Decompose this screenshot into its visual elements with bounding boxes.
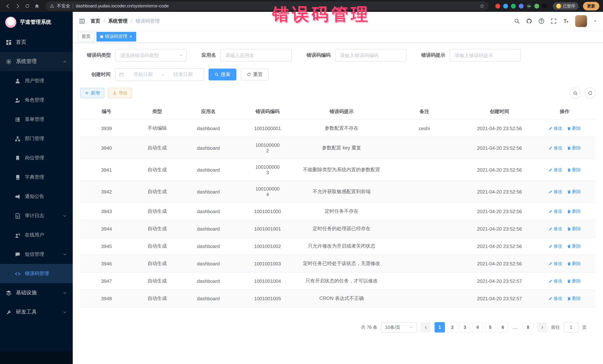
breadcrumb-item[interactable]: 首页: [91, 18, 100, 24]
column-header: 创建时间: [465, 104, 533, 120]
home-icon[interactable]: [33, 2, 41, 10]
forward-icon[interactable]: [13, 2, 22, 10]
edit-link[interactable]: 修改: [548, 145, 562, 151]
filter-label-create-time: 创建时间: [91, 71, 111, 78]
delete-link[interactable]: 删除: [567, 188, 581, 195]
goto-page-input[interactable]: [564, 322, 579, 332]
page-button[interactable]: 5: [485, 322, 495, 332]
cell-type: 自动生成: [133, 137, 181, 159]
delete-link[interactable]: 删除: [567, 278, 581, 284]
github-icon[interactable]: [526, 18, 532, 24]
page-button[interactable]: 4: [472, 322, 483, 332]
sidebar-item-label: 系统管理: [16, 58, 37, 65]
page-button[interactable]: 8: [523, 322, 533, 332]
tab-close-icon[interactable]: [129, 35, 132, 38]
error-type-select[interactable]: [116, 49, 187, 62]
blue-grid-extension-icon[interactable]: [519, 3, 524, 8]
refresh-table-button[interactable]: [584, 88, 596, 99]
sidebar-item[interactable]: 短信管理: [0, 245, 73, 264]
prev-page-button[interactable]: [420, 322, 431, 332]
error-code-input[interactable]: [335, 49, 406, 62]
cell-remark: [383, 220, 465, 237]
export-button[interactable]: 导出: [108, 88, 132, 98]
app-name-input[interactable]: [220, 49, 292, 62]
search-icon[interactable]: [514, 18, 520, 24]
tab-item[interactable]: 错误码管理: [96, 32, 136, 41]
cell-id: 3939: [80, 120, 133, 137]
edit-link[interactable]: 修改: [548, 125, 562, 132]
more-pages-button[interactable]: ...: [510, 322, 521, 332]
sidebar-item[interactable]: 字典管理: [0, 167, 73, 187]
page-button[interactable]: 6: [498, 322, 508, 332]
green-check-extension-icon[interactable]: [511, 3, 516, 8]
sidebar-item[interactable]: 角色管理: [0, 90, 73, 110]
search-button[interactable]: 搜索: [209, 69, 236, 80]
page-size-select[interactable]: 10条/页: [381, 322, 417, 332]
delete-link[interactable]: 删除: [567, 226, 581, 232]
update-button[interactable]: 更新: [583, 2, 599, 10]
help-icon[interactable]: [538, 18, 544, 24]
sidebar-item[interactable]: 用户管理: [0, 71, 73, 90]
delete-link[interactable]: 删除: [567, 125, 581, 132]
edit-link[interactable]: 修改: [548, 295, 562, 302]
sidebar-item[interactable]: 在线用户: [0, 225, 73, 245]
cell-hint: CRON 表达式不正确: [300, 290, 383, 307]
user-avatar[interactable]: [575, 15, 587, 27]
cell-created: 2021-04-20 23:52:56: [465, 203, 533, 220]
blue-drop-extension-icon[interactable]: [503, 3, 508, 8]
page-button[interactable]: 3: [460, 322, 470, 332]
sidebar-item[interactable]: 菜单管理: [0, 110, 73, 129]
paused-badge[interactable]: 已暂停: [553, 2, 579, 10]
date-range-picker[interactable]: 开始日期 - 结束日期: [115, 68, 204, 81]
breadcrumb-separator: /: [131, 18, 132, 24]
delete-link[interactable]: 删除: [567, 243, 581, 249]
next-page-button[interactable]: [537, 322, 547, 332]
delete-link[interactable]: 删除: [567, 145, 581, 151]
reset-button[interactable]: 重置: [241, 69, 269, 80]
sidebar-item[interactable]: 部门管理: [0, 129, 73, 148]
edit-link[interactable]: 修改: [548, 188, 562, 195]
black-puzzle-extension-icon[interactable]: [542, 3, 547, 8]
sidebar-item[interactable]: 研发工具: [0, 302, 73, 322]
delete-link[interactable]: 删除: [567, 167, 581, 173]
sidebar-item[interactable]: 审计日志: [0, 206, 73, 225]
cell-created: 2021-04-20 23:52:57: [465, 290, 533, 307]
page-button[interactable]: 1: [435, 322, 445, 332]
page-button[interactable]: 2: [447, 322, 458, 332]
fullscreen-icon[interactable]: [551, 18, 557, 24]
download-icon: [112, 91, 117, 95]
edit-link[interactable]: 修改: [548, 278, 562, 284]
cell-actions: 修改删除: [533, 159, 596, 181]
error-hint-input[interactable]: [450, 49, 521, 62]
hamburger-icon[interactable]: [79, 18, 85, 24]
tab-item[interactable]: 首页: [78, 32, 94, 41]
delete-link[interactable]: 删除: [567, 295, 581, 302]
total-count: 共 76 条: [361, 324, 377, 331]
logo[interactable]: 芋道管理系统: [0, 12, 73, 33]
delete-link[interactable]: 删除: [567, 260, 581, 267]
breadcrumb-item[interactable]: 系统管理: [108, 18, 128, 24]
sidebar-item[interactable]: 通知公告: [0, 187, 73, 206]
font-size-icon[interactable]: [563, 18, 569, 24]
dark-on-extension-icon[interactable]: on: [527, 3, 531, 8]
address-bar[interactable]: 不安全 dashboard.yudao.iocoder.cn/system/er…: [45, 1, 489, 10]
bookmark-star-icon[interactable]: [480, 4, 484, 8]
sidebar-item[interactable]: 系统管理: [0, 52, 73, 71]
add-button[interactable]: 新增: [80, 88, 104, 98]
toggle-search-button[interactable]: [570, 88, 581, 99]
red-dot-extension-icon[interactable]: [495, 3, 500, 8]
cell-id: 3940: [80, 137, 133, 159]
sidebar-item[interactable]: 错误码管理: [0, 264, 73, 283]
edit-link[interactable]: 修改: [548, 260, 562, 267]
edit-link[interactable]: 修改: [548, 167, 562, 173]
edit-link[interactable]: 修改: [548, 243, 562, 249]
sidebar-item[interactable]: 岗位管理: [0, 148, 73, 167]
back-icon[interactable]: [4, 2, 12, 10]
green-paw-extension-icon[interactable]: [534, 3, 539, 8]
edit-link[interactable]: 修改: [548, 226, 562, 232]
reload-icon[interactable]: [23, 2, 31, 10]
sidebar-item[interactable]: 首页: [0, 33, 73, 52]
edit-link[interactable]: 修改: [548, 208, 562, 214]
sidebar-item[interactable]: 基础设施: [0, 283, 73, 302]
delete-link[interactable]: 删除: [567, 208, 581, 214]
